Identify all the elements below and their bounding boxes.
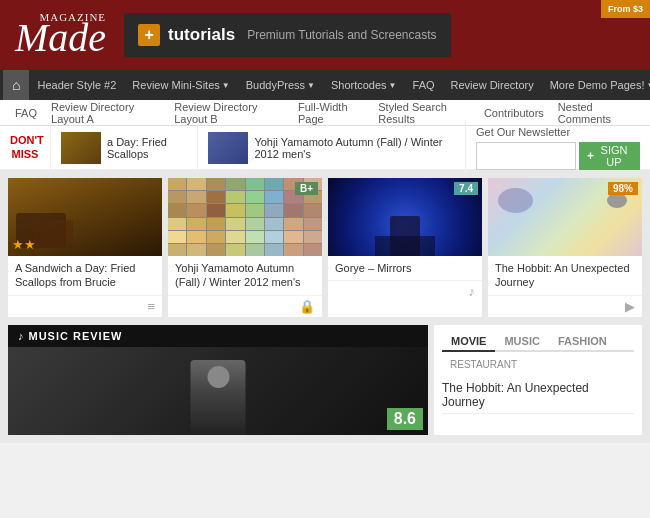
right-panel: MOVIE MUSIC FASHION RESTAURANT The Hobbi… <box>434 325 642 435</box>
subnav-faq[interactable]: FAQ <box>8 100 44 126</box>
logo: MAGAZINE Made <box>15 12 106 58</box>
tutorials-plus-icon: + <box>138 24 160 46</box>
subnav-layout-a[interactable]: Review Directory Layout A <box>44 100 167 126</box>
card-3-badge: 7.4 <box>454 182 478 195</box>
card-4-footer: ▶ <box>488 295 642 317</box>
card-3-body: Gorye – Mirrors <box>328 256 482 280</box>
newsletter-section: Get Our Newsletter + SIGN UP <box>465 120 650 176</box>
card-2-body: Yohji Yamamoto Autumn (Fall) / Winter 20… <box>168 256 322 295</box>
sub-tabs-row: RESTAURANT <box>442 357 634 372</box>
tab-fashion[interactable]: FASHION <box>549 332 616 350</box>
right-panel-item[interactable]: The Hobbit: An Unexpected Journey <box>442 377 634 414</box>
music-review-label: MUSIC REVIEW <box>29 330 123 342</box>
card-1-footer: ≡ <box>8 295 162 317</box>
card-1-thumb: ★★ <box>8 178 162 256</box>
header: MAGAZINE Made + tutorials Premium Tutori… <box>0 0 650 70</box>
card-4-badge: 98% <box>608 182 638 195</box>
tab-music[interactable]: MUSIC <box>495 332 548 350</box>
cards-section: ★★ A Sandwich a Day: Fried Scallops from… <box>0 170 650 325</box>
nav-item-header-style[interactable]: Header Style #2 <box>29 70 124 100</box>
nav-item-mini-sites[interactable]: Review Mini-Sites ▼ <box>124 70 237 100</box>
dont-miss-item1[interactable]: a Day: Fried Scallops <box>50 126 197 169</box>
dont-miss-row: DON'T MISS a Day: Fried Scallops Yohji Y… <box>0 126 650 170</box>
main-nav: ⌂ Header Style #2 Review Mini-Sites ▼ Bu… <box>0 70 650 100</box>
home-icon: ⌂ <box>12 77 20 93</box>
card-2-badge: B+ <box>295 182 318 195</box>
from-badge: From $3 <box>601 0 650 18</box>
card-3[interactable]: 7.4 Gorye – Mirrors ♪ <box>328 178 482 317</box>
card-4[interactable]: 98% The Hobbit: An Unexpected Journey ▶ <box>488 178 642 317</box>
nav-home-btn[interactable]: ⌂ <box>3 70 29 100</box>
cards-grid: ★★ A Sandwich a Day: Fried Scallops from… <box>8 178 642 317</box>
nav-item-review-directory[interactable]: Review Directory <box>443 70 542 100</box>
tab-movie[interactable]: MOVIE <box>442 332 495 352</box>
dm-item1-text: a Day: Fried Scallops <box>107 136 187 160</box>
card-2[interactable]: B+ Yohji Yamamoto Autumn (Fall) / Winter… <box>168 178 322 317</box>
newsletter-label: Get Our Newsletter <box>476 126 640 138</box>
newsletter-row: + SIGN UP <box>476 142 640 170</box>
bottom-section: ♪ MUSIC REVIEW 8.6 MOVIE MUSIC FASHION R… <box>0 325 650 443</box>
dm-thumb1 <box>61 132 101 164</box>
person-silhouette <box>191 360 246 435</box>
card-2-footer: 🔒 <box>168 295 322 317</box>
music-score-badge: 8.6 <box>387 408 423 430</box>
music-review-section: ♪ MUSIC REVIEW 8.6 <box>8 325 428 435</box>
dont-miss-label: DON'T MISS <box>0 134 50 160</box>
subnav-search-results[interactable]: Styled Search Results <box>371 100 477 126</box>
dm-thumb2 <box>208 132 248 164</box>
film-icon: ▶ <box>625 299 635 314</box>
card-4-thumb: 98% <box>488 178 642 256</box>
newsletter-signup-btn[interactable]: + SIGN UP <box>579 142 640 170</box>
card-3-thumb: 7.4 <box>328 178 482 256</box>
nav-item-more[interactable]: More Demo Pages! ▼ <box>542 70 650 100</box>
signup-plus-icon: + <box>587 149 594 163</box>
logo-made: Made <box>15 18 106 58</box>
nav-item-shortcodes[interactable]: Shortcodes ▼ <box>323 70 405 100</box>
sub-tab-restaurant[interactable]: RESTAURANT <box>442 357 525 372</box>
card-3-footer: ♪ <box>328 280 482 302</box>
card-1-stars: ★★ <box>12 237 36 252</box>
newsletter-input[interactable] <box>476 142 576 170</box>
tutorials-label: tutorials <box>168 25 235 45</box>
nav-item-buddypress[interactable]: BuddyPress ▼ <box>238 70 323 100</box>
tutorials-box: + tutorials Premium Tutorials and Screen… <box>124 13 450 57</box>
card-1[interactable]: ★★ A Sandwich a Day: Fried Scallops from… <box>8 178 162 317</box>
dont-miss-item2[interactable]: Yohji Yamamoto Autumn (Fall) / Winter 20… <box>197 126 465 169</box>
subnav-layout-b[interactable]: Review Directory Layout B <box>167 100 291 126</box>
music-note-icon: ♪ <box>469 284 476 299</box>
tutorials-subtitle: Premium Tutorials and Screencasts <box>247 28 436 42</box>
card-1-body: A Sandwich a Day: Fried Scallops from Br… <box>8 256 162 295</box>
dm-item2-text: Yohji Yamamoto Autumn (Fall) / Winter 20… <box>254 136 455 160</box>
lock-icon: 🔒 <box>299 299 315 314</box>
music-note-header-icon: ♪ <box>18 330 24 342</box>
subnav-full-width[interactable]: Full-Width Page <box>291 100 371 126</box>
music-review-image: 8.6 <box>8 347 428 435</box>
tabs-row: MOVIE MUSIC FASHION <box>442 332 634 352</box>
nav-item-faq[interactable]: FAQ <box>405 70 443 100</box>
card-2-thumb: B+ <box>168 178 322 256</box>
card-4-body: The Hobbit: An Unexpected Journey <box>488 256 642 295</box>
music-review-header: ♪ MUSIC REVIEW <box>8 325 428 347</box>
